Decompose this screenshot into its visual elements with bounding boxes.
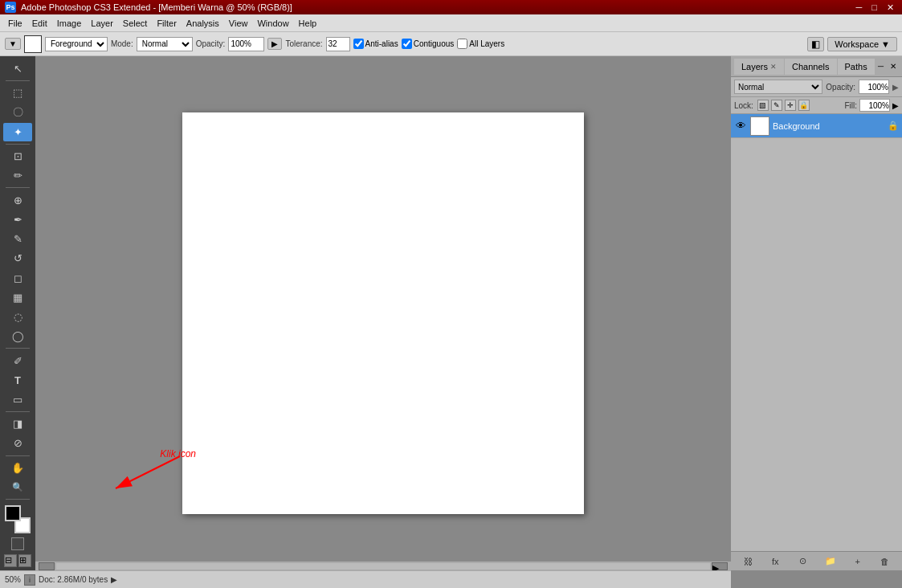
tab-paths[interactable]: Paths (838, 59, 875, 75)
delete-layer-btn[interactable]: 🗑 (878, 554, 892, 569)
tool-marquee[interactable]: ⬚ (3, 84, 32, 102)
close-btn[interactable]: ✕ (884, 2, 897, 13)
tool-separator-7 (6, 499, 30, 500)
tool-notes[interactable]: ◨ (3, 414, 32, 433)
menu-item-select[interactable]: Select (118, 17, 153, 30)
mask-btn[interactable]: ⊙ (795, 554, 810, 569)
opacity-input[interactable] (228, 37, 264, 51)
window-title: Adobe Photoshop CS3 Extended - [Memberi … (21, 2, 292, 12)
opacity-arrow-btn[interactable]: ▶ (892, 83, 899, 92)
panel-minimize-btn[interactable]: ─ (875, 62, 886, 71)
tool-zoom[interactable]: 🔍 (3, 478, 32, 496)
tool-lasso[interactable]: 〇 (3, 103, 32, 121)
tool-gradient[interactable]: ▦ (3, 288, 32, 307)
tool-hand[interactable]: ✋ (3, 459, 32, 477)
menu-item-edit[interactable]: Edit (27, 17, 52, 30)
tolerance-input[interactable] (326, 37, 350, 51)
tool-text[interactable]: T (3, 371, 32, 390)
panel-close-btn[interactable]: ✕ (888, 62, 899, 71)
tool-move[interactable]: ↖ (3, 59, 32, 78)
lock-position-btn[interactable]: ✛ (785, 100, 796, 111)
h-scroll-right[interactable]: ▶ (712, 562, 728, 570)
opacity-label: Opacity: (826, 83, 855, 92)
tool-history[interactable]: ↺ (3, 249, 32, 267)
tool-separator-1 (6, 80, 30, 81)
minimize-btn[interactable]: ─ (853, 2, 866, 13)
tool-heal[interactable]: ⊕ (3, 190, 32, 209)
tool-clone[interactable]: ✎ (3, 230, 32, 248)
tab-channels[interactable]: Channels (785, 59, 836, 75)
tool-brush[interactable]: ✒ (3, 210, 32, 229)
menu-bar: FileEditImageLayerSelectFilterAnalysisVi… (0, 14, 902, 32)
h-scroll-left[interactable] (39, 562, 55, 570)
menu-item-image[interactable]: Image (52, 17, 87, 30)
maximize-btn[interactable]: □ (868, 2, 880, 13)
canvas-document (182, 112, 584, 514)
new-layer-btn[interactable]: + (851, 554, 865, 569)
screen-mode-btn[interactable]: ⊟ (4, 554, 17, 567)
lock-bar: Lock: ▧ ✎ ✛ 🔒 Fill: ▶ (731, 97, 902, 114)
menu-item-file[interactable]: File (3, 17, 27, 30)
options-bar: ▼ Foreground Mode: Normal Opacity: ▶ Tol… (0, 32, 902, 56)
fill-input[interactable] (859, 99, 890, 112)
lock-image-btn[interactable]: ✎ (771, 100, 782, 111)
foreground-color-swatch[interactable] (24, 35, 42, 53)
tab-layers-close[interactable]: ✕ (770, 63, 777, 71)
fx-btn[interactable]: fx (768, 554, 782, 569)
menu-item-layer[interactable]: Layer (86, 17, 118, 30)
tool-eraser[interactable]: ◻ (3, 268, 32, 287)
tab-layers[interactable]: Layers ✕ (734, 59, 784, 75)
contiguous-checkbox[interactable]: Contiguous (402, 39, 455, 49)
foreground-select[interactable]: Foreground (45, 37, 108, 51)
tool-dodge[interactable]: ◯ (3, 327, 32, 345)
menu-item-help[interactable]: Help (294, 17, 322, 30)
annotation-text: Klik icon (160, 448, 196, 459)
tool-pipette[interactable]: ⊘ (3, 434, 32, 452)
anti-alias-checkbox[interactable]: Anti-alias (353, 39, 398, 49)
h-scroll-track (56, 563, 710, 570)
status-info-btn[interactable]: i (24, 574, 35, 586)
mode-select[interactable]: Normal (137, 37, 193, 51)
fg-color-swatch[interactable] (5, 505, 21, 521)
tool-eyedropper[interactable]: ✏ (3, 166, 32, 185)
right-panel: Layers ✕ Channels Paths ─ ✕ Normal Opaci… (731, 56, 902, 570)
tool-blur[interactable]: ◌ (3, 308, 32, 326)
quick-mask-btn[interactable] (11, 537, 24, 550)
group-btn[interactable]: 📁 (823, 554, 838, 569)
status-arrow-btn[interactable]: ▶ (111, 575, 117, 584)
color-tools (3, 505, 32, 533)
h-scrollbar[interactable]: ▶ (35, 561, 731, 570)
tool-crop[interactable]: ⊡ (3, 147, 32, 165)
tool-separator-3 (6, 187, 30, 188)
opacity-label: Opacity: (196, 39, 226, 48)
blend-mode-select[interactable]: Normal (734, 80, 822, 94)
workspace-btn[interactable]: Workspace ▼ (827, 37, 897, 51)
opacity-input[interactable] (859, 80, 889, 94)
canvas-area: Klik icon ▶ (35, 56, 731, 570)
tool-pen[interactable]: ✐ (3, 351, 32, 370)
layers-list: 👁 Background 🔒 (731, 114, 902, 551)
doc-info: Doc: 2.86M/0 bytes (39, 575, 108, 584)
layer-row-background[interactable]: 👁 Background 🔒 (731, 114, 902, 138)
tool-magic-wand[interactable]: ✦ (3, 123, 32, 141)
menu-item-view[interactable]: View (224, 17, 253, 30)
fill-label: Fill: (844, 101, 857, 110)
tool-preset-btn[interactable]: ▼ (5, 38, 21, 50)
lock-transparent-btn[interactable]: ▧ (757, 100, 769, 111)
menu-item-window[interactable]: Window (252, 17, 293, 30)
all-layers-checkbox[interactable]: All Layers (457, 39, 504, 49)
layer-visibility-eye[interactable]: 👁 (734, 120, 747, 133)
status-bar: 50% i Doc: 2.86M/0 bytes ▶ (0, 570, 731, 588)
fill-arrow-btn[interactable]: ▶ (892, 101, 899, 110)
panel-toggle-btn[interactable]: ◧ (807, 37, 824, 51)
opacity-arrow[interactable]: ▶ (267, 38, 282, 50)
tool-shape[interactable]: ▭ (3, 390, 32, 409)
menu-item-analysis[interactable]: Analysis (182, 17, 224, 30)
main-layout: ↖ ⬚ 〇 ✦ ⊡ ✏ ⊕ ✒ ✎ ↺ ◻ ▦ ◌ ◯ ✐ T ▭ ◨ ⊘ ✋ … (0, 56, 902, 570)
screen-mode2-btn[interactable]: ⊞ (18, 554, 31, 567)
panel-bottom: ⛓ fx ⊙ 📁 + 🗑 (731, 551, 902, 570)
menu-item-filter[interactable]: Filter (152, 17, 181, 30)
lock-all-btn[interactable]: 🔒 (798, 100, 810, 111)
link-layers-btn[interactable]: ⛓ (741, 554, 755, 569)
tool-separator-5 (6, 411, 30, 412)
